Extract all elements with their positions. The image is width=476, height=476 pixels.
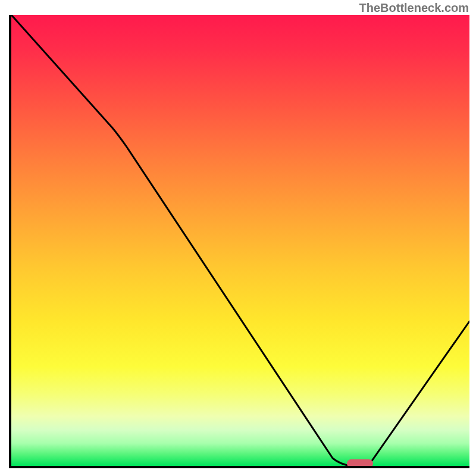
bottleneck-curve — [11, 15, 469, 466]
chart-container: TheBottleneck.com — [0, 0, 476, 476]
curve-path — [11, 15, 469, 466]
optimal-marker — [347, 459, 373, 468]
chart-plot-area — [9, 15, 469, 468]
attribution-text: TheBottleneck.com — [359, 1, 469, 15]
